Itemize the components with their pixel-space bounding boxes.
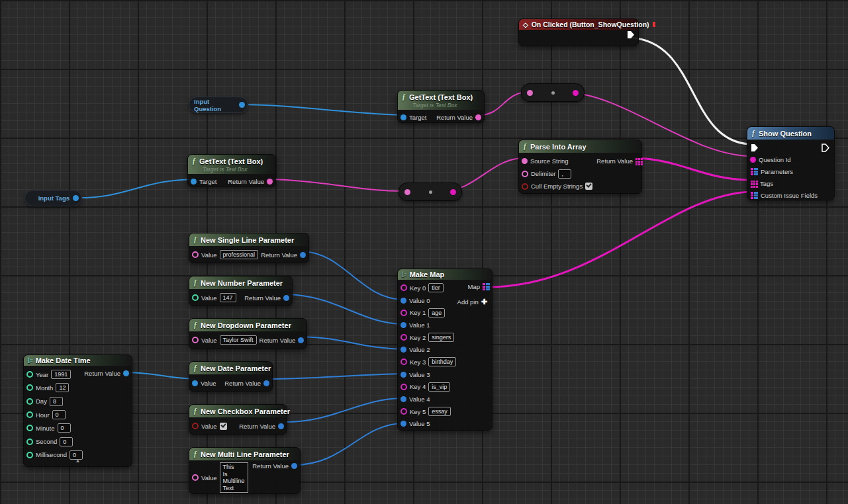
- pin-label: Parameters: [761, 168, 793, 175]
- reroute-node[interactable]: [521, 83, 585, 102]
- value-field[interactable]: 147: [220, 293, 236, 302]
- value-pin[interactable]: [192, 294, 199, 301]
- add-pin-button[interactable]: Add pin ✚: [457, 298, 487, 306]
- map-output-pin[interactable]: [483, 283, 490, 290]
- variable-input-question[interactable]: Input Question: [189, 97, 248, 113]
- output-pin[interactable]: [239, 102, 245, 108]
- map-out: Map: [468, 283, 489, 290]
- value-checkbox[interactable]: [220, 423, 227, 430]
- exec-in-pin[interactable]: [751, 144, 759, 152]
- reroute-out-pin[interactable]: [450, 189, 456, 195]
- return-value-pin[interactable]: [283, 295, 289, 301]
- key3-pin[interactable]: [400, 358, 407, 365]
- node-make-map[interactable]: ⁅≡ Make Map Map Add pin ✚ Key 0 tier Val…: [397, 269, 493, 431]
- value5-pin[interactable]: [400, 421, 406, 427]
- value1-pin[interactable]: [400, 322, 406, 328]
- node-make-date-time[interactable]: ⁅≡ Make Date Time Return Value Year 1991…: [23, 355, 132, 467]
- key5-pin[interactable]: [400, 408, 407, 415]
- year-pin[interactable]: [26, 371, 33, 378]
- output-pin[interactable]: [73, 195, 79, 201]
- return-value-pin[interactable]: [291, 463, 297, 469]
- key1-pin[interactable]: [400, 310, 407, 316]
- node-new-multi-line-parameter[interactable]: ƒ New Multi Line Parameter Value This Is…: [189, 447, 301, 494]
- node-new-dropdown-parameter[interactable]: ƒ New Dropdown Parameter Value Taylor Sw…: [189, 318, 307, 349]
- return-value-pin[interactable]: [475, 114, 481, 120]
- node-show-question[interactable]: ƒ Show Question Question Id Parameters T…: [747, 126, 835, 200]
- question-id-pin[interactable]: [750, 157, 756, 163]
- key1-field[interactable]: age: [428, 308, 445, 317]
- exec-out-pin[interactable]: [822, 144, 829, 152]
- return-array-pin[interactable]: [636, 158, 637, 160]
- pin-label: Value 4: [409, 396, 430, 403]
- key3-field[interactable]: birthday: [428, 357, 456, 366]
- exec-out-pin[interactable]: [627, 30, 635, 39]
- target-pin[interactable]: [400, 114, 406, 120]
- return-value-pin[interactable]: [300, 252, 306, 258]
- return-value-pin[interactable]: [123, 370, 129, 376]
- value-multiline-field[interactable]: This Is Multiline Text: [220, 462, 248, 493]
- key4-field[interactable]: is_vip: [428, 382, 450, 392]
- key4-pin[interactable]: [400, 384, 407, 390]
- blueprint-graph-canvas[interactable]: ◇ On Clicked (Button_ShowQuestion) Input…: [0, 0, 848, 504]
- delimiter-field[interactable]: ,: [558, 169, 571, 179]
- node-new-single-line-parameter[interactable]: ƒ New Single Line Parameter Value profes…: [189, 233, 309, 263]
- key2-pin[interactable]: [400, 334, 407, 341]
- node-gettext-question[interactable]: ƒ GetText (Text Box) Target is Text Box …: [397, 90, 485, 123]
- value2-pin[interactable]: [400, 347, 406, 353]
- node-gettext-tags[interactable]: ƒ GetText (Text Box) Target is Text Box …: [187, 154, 276, 187]
- hour-field[interactable]: 0: [52, 410, 66, 419]
- month-pin[interactable]: [26, 384, 33, 391]
- value-pin[interactable]: [192, 474, 199, 481]
- return-value-pin[interactable]: [267, 179, 273, 185]
- delimiter-pin[interactable]: [522, 171, 528, 177]
- source-string-pin[interactable]: [522, 158, 528, 164]
- delegate-pin-icon[interactable]: [653, 22, 655, 27]
- collapse-arrow-icon[interactable]: ▲: [75, 458, 81, 464]
- minute-field[interactable]: 0: [58, 423, 71, 433]
- second-pin[interactable]: [26, 439, 33, 445]
- key2-field[interactable]: singers: [428, 333, 454, 342]
- custom-issue-fields-map-pin[interactable]: [751, 192, 758, 199]
- value4-pin[interactable]: [400, 396, 406, 402]
- reroute-out-pin[interactable]: [573, 90, 579, 96]
- tags-array-pin[interactable]: [751, 181, 753, 183]
- value0-pin[interactable]: [400, 298, 406, 304]
- month-field[interactable]: 12: [56, 383, 69, 392]
- value-pin[interactable]: [192, 380, 198, 386]
- node-new-checkbox-parameter[interactable]: ƒ New Checkbox Parameter Value Return Va…: [189, 404, 287, 435]
- day-field[interactable]: 8: [50, 397, 63, 406]
- cull-empty-strings-pin[interactable]: [522, 183, 528, 190]
- node-header: ƒ GetText (Text Box): [188, 155, 275, 166]
- target-pin[interactable]: [191, 179, 197, 185]
- pin-label: Return Value: [261, 251, 297, 259]
- node-new-number-parameter[interactable]: ƒ New Number Parameter Value 147 Return …: [189, 276, 293, 306]
- reroute-in-pin[interactable]: [527, 90, 533, 96]
- year-field[interactable]: 1991: [51, 370, 71, 379]
- day-pin[interactable]: [26, 398, 33, 405]
- value-pin[interactable]: [192, 251, 199, 258]
- hour-pin[interactable]: [26, 411, 33, 418]
- key0-field[interactable]: tier: [428, 283, 444, 292]
- variable-input-tags[interactable]: Input Tags: [24, 190, 82, 206]
- value-pin[interactable]: [192, 337, 199, 343]
- node-on-clicked[interactable]: ◇ On Clicked (Button_ShowQuestion): [518, 19, 639, 46]
- key5-field[interactable]: essay: [428, 407, 451, 416]
- reroute-node[interactable]: [399, 183, 462, 201]
- value-field[interactable]: Taylor Swift: [220, 335, 257, 345]
- node-parse-into-array[interactable]: ƒ Parse Into Array Source String Return …: [518, 140, 642, 194]
- pin-label: Second: [36, 438, 57, 445]
- value-pin[interactable]: [192, 423, 199, 429]
- second-field[interactable]: 0: [60, 437, 73, 446]
- minute-pin[interactable]: [26, 425, 33, 431]
- return-value-pin[interactable]: [278, 423, 284, 429]
- return-value-pin[interactable]: [263, 380, 269, 386]
- parameters-map-pin[interactable]: [751, 168, 758, 175]
- value3-pin[interactable]: [400, 372, 406, 378]
- reroute-in-pin[interactable]: [404, 189, 410, 195]
- millisecond-pin[interactable]: [26, 452, 33, 458]
- key0-pin[interactable]: [400, 284, 407, 291]
- return-value-pin[interactable]: [298, 337, 304, 343]
- cull-empty-strings-checkbox[interactable]: [585, 183, 592, 190]
- node-new-date-parameter[interactable]: ƒ New Date Parameter Value Return Value: [189, 361, 273, 392]
- value-field[interactable]: professional: [220, 250, 259, 259]
